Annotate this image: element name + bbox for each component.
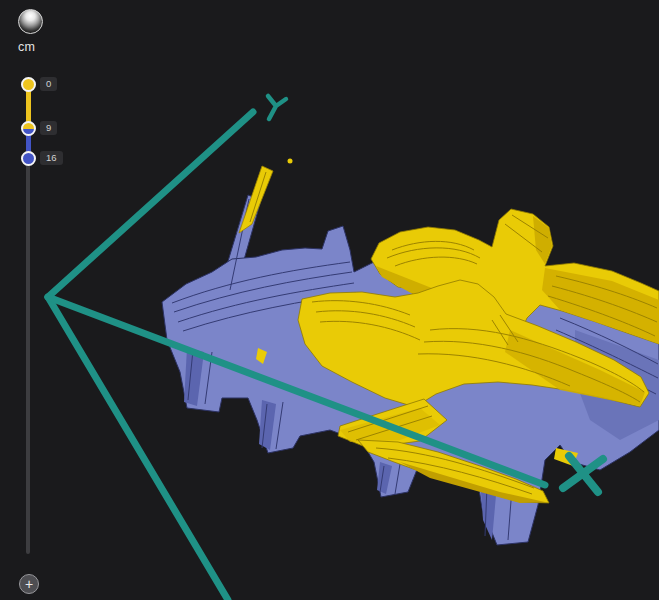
slider-value-badge: 16: [40, 151, 63, 165]
volume-viewer-window: cm 0 9 16 +: [0, 0, 659, 600]
add-button[interactable]: +: [19, 574, 39, 594]
viewport-3d[interactable]: [0, 0, 659, 600]
slider-value-badge: 0: [40, 77, 57, 91]
sphere-icon[interactable]: [18, 9, 43, 34]
left-toolbar: cm 0 9 16 +: [0, 0, 70, 600]
slider-value-badge: 9: [40, 121, 57, 135]
slider-knob-0[interactable]: [21, 77, 36, 92]
slider-knob-16[interactable]: [21, 151, 36, 166]
unit-label: cm: [18, 40, 35, 54]
plus-icon: +: [25, 576, 33, 592]
slider-knob-9[interactable]: [21, 121, 36, 136]
